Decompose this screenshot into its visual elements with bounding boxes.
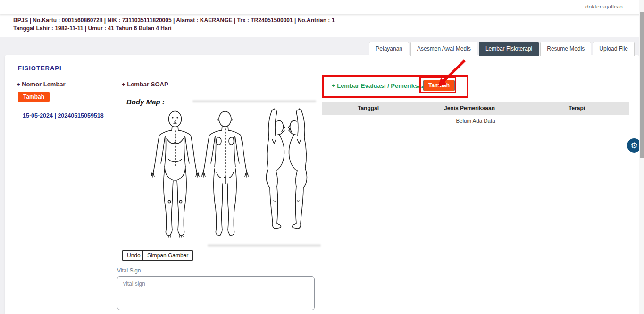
logged-in-user[interactable]: dokterrajalfisio <box>585 4 623 9</box>
page-scrollbar <box>639 0 644 314</box>
lembar-evaluasi-heading[interactable]: + Lembar Evaluasi / Pemeriksaan <box>332 82 429 89</box>
lembar-entry-link[interactable]: 15-05-2024 | 20240515059518 <box>23 112 104 119</box>
table-empty-message: Belum Ada Data <box>322 118 629 124</box>
tab-lembar-fisioterapi[interactable]: Lembar Fisioterapi <box>479 42 539 56</box>
scan-artifact <box>192 100 316 102</box>
vital-sign-textarea[interactable] <box>117 276 315 310</box>
evaluasi-tambah-button[interactable]: Tambah <box>423 80 455 91</box>
scan-artifact <box>208 244 321 247</box>
scrollbar-thumb[interactable] <box>640 12 644 158</box>
gear-icon: ⚙ <box>630 142 637 150</box>
page-title: FISIOTERAPI <box>18 65 62 72</box>
top-header-bar: dokterrajalfisio <box>0 0 644 14</box>
evaluasi-table: Tanggal Jenis Pemeriksaan Terapi Belum A… <box>322 102 629 124</box>
patient-info-bar: BPJS | No.Kartu : 0001560860728 | NIK : … <box>0 14 644 37</box>
column-tanggal: Tanggal <box>322 105 414 111</box>
patient-info-line2: Tanggal Lahir : 1982-11-11 | Umur : 41 T… <box>13 25 644 33</box>
simpan-gambar-button[interactable]: Simpan Gambar <box>142 250 193 261</box>
patient-info-line1: BPJS | No.Kartu : 0001560860728 | NIK : … <box>13 17 644 25</box>
record-tabs: Pelayanan Asesmen Awal Medis Lembar Fisi… <box>368 42 635 56</box>
fisioterapi-panel: FISIOTERAPI + Nomor Lembar Tambah 15-05-… <box>5 55 639 314</box>
lembar-soap-heading[interactable]: + Lembar SOAP <box>122 81 168 88</box>
body-map-label: Body Map : <box>126 98 165 106</box>
tab-resume-medis[interactable]: Resume Medis <box>540 42 591 56</box>
evaluasi-table-header: Tanggal Jenis Pemeriksaan Terapi <box>322 102 629 115</box>
nomor-lembar-heading[interactable]: + Nomor Lembar <box>17 81 66 88</box>
tab-pelayanan[interactable]: Pelayanan <box>369 42 409 56</box>
nomor-lembar-tambah-button[interactable]: Tambah <box>18 92 50 102</box>
vital-sign-label: Vital Sign <box>117 267 141 274</box>
tab-asesmen-awal-medis[interactable]: Asesmen Awal Medis <box>410 42 477 56</box>
body-map-figures-image <box>122 106 320 248</box>
column-jenis-pemeriksaan: Jenis Pemeriksaan <box>414 105 525 111</box>
body-map-canvas[interactable] <box>122 106 320 248</box>
tab-upload-file[interactable]: Upload File <box>593 42 635 56</box>
column-terapi: Terapi <box>525 105 629 111</box>
